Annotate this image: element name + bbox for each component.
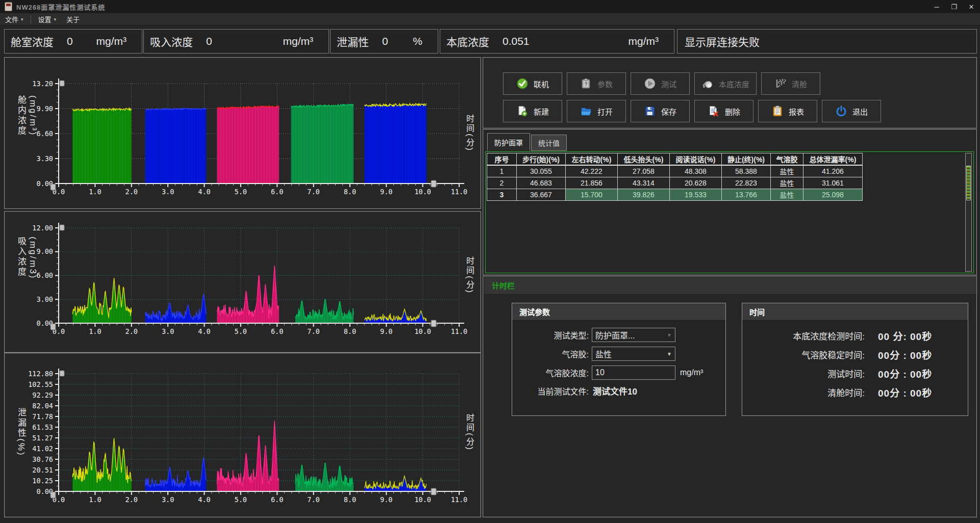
table-row[interactable]: 246.68321.85643.31420.62822.823盐性31.061 xyxy=(487,177,863,189)
svg-text:4.0: 4.0 xyxy=(198,495,210,504)
cabin-concentration-y-axis-label: 舱内浓度(mg/m³) xyxy=(15,95,38,171)
table-row[interactable]: 336.66715.70039.82619.53313.766盐性25.098 xyxy=(487,189,863,201)
delete-button[interactable]: 删除 xyxy=(694,100,753,122)
sprayer-icon xyxy=(701,77,714,90)
display-status-box: 显示屏连接失败 xyxy=(677,29,977,54)
close-button[interactable]: ✕ xyxy=(963,0,980,13)
background-detect-time-row: 本底浓度检测时间:00 分: 00秒 xyxy=(742,329,968,343)
menu-settings[interactable]: 设置 ▾ xyxy=(33,13,62,25)
table-cell[interactable]: 21.856 xyxy=(566,177,618,189)
folder-open-icon xyxy=(580,105,592,117)
tab-protective-mask[interactable]: 防护面罩 xyxy=(487,133,530,151)
cabin-concentration-value: 0 xyxy=(54,35,96,47)
time-axis-label: 时间(分) xyxy=(463,114,475,152)
column-header: 序号 xyxy=(487,153,517,166)
inhaled-concentration-value: 0 xyxy=(193,35,283,47)
table-cell[interactable]: 39.826 xyxy=(618,189,670,201)
test-type-row: 测试类型:防护面罩...▼ xyxy=(512,328,725,342)
background-detect-time-value: 00 分: 00秒 xyxy=(878,329,932,343)
exit-button[interactable]: 退出 xyxy=(822,100,881,122)
test-time-row: 测试时间:00分 : 00秒 xyxy=(742,367,968,380)
table-scrollbar-thumb[interactable] xyxy=(966,166,971,200)
aerosol-stable-time-value: 00分 : 00秒 xyxy=(878,348,932,361)
aerosol-stable-time-row: 气溶胶稳定时间:00分 : 00秒 xyxy=(742,348,968,361)
column-header: 左右转动(%) xyxy=(566,153,618,166)
svg-text:6.00: 6.00 xyxy=(36,271,53,279)
column-header: 静止(终)(%) xyxy=(722,153,771,166)
table-cell[interactable]: 25.098 xyxy=(803,189,863,201)
aerosol-select[interactable]: 盐性▼ xyxy=(592,347,675,361)
background-concentration-value: 0.051 xyxy=(489,35,629,47)
menu-settings-label: 设置 xyxy=(38,14,52,24)
table-cell[interactable]: 36.667 xyxy=(517,189,566,201)
aerosol-label: 气溶胶: xyxy=(512,348,589,360)
menu-about-label: 关于 xyxy=(66,14,80,24)
svg-text:9.90: 9.90 xyxy=(36,104,53,113)
table-cell[interactable]: 58.388 xyxy=(722,165,771,177)
table-cell[interactable]: 41.206 xyxy=(803,165,863,177)
current-test-file-row: 当前测试文件:测试文件10 xyxy=(512,384,725,397)
report-button[interactable]: 报表 xyxy=(758,100,817,122)
purge-button[interactable]: 清舱 xyxy=(761,72,820,95)
table-cell[interactable]: 盐性 xyxy=(771,177,803,189)
table-cell[interactable]: 19.533 xyxy=(670,189,722,201)
svg-text:10.0: 10.0 xyxy=(414,188,431,196)
table-cell[interactable]: 27.058 xyxy=(618,165,670,177)
table-row[interactable]: 130.05542.22227.05848.30858.388盐性41.206 xyxy=(487,165,863,177)
toolbar: 联机?参数测试本底浓度清舱 新建打开保存删除报表退出 xyxy=(483,57,977,128)
table-cell[interactable]: 31.061 xyxy=(803,177,863,189)
svg-text:20.51: 20.51 xyxy=(32,466,53,474)
window-title: NW268面罩泄漏性测试系统 xyxy=(16,2,105,12)
test-type-value: 防护面罩... xyxy=(595,329,635,341)
play-circle-icon xyxy=(644,77,656,90)
inhaled-concentration-chart: 0.01.02.03.04.05.06.07.08.09.010.011.012… xyxy=(4,211,481,353)
menubar: 文件 ▾ 设置 ▾ 关于 xyxy=(0,13,980,25)
save-button-label: 保存 xyxy=(661,106,676,117)
test-button[interactable]: 测试 xyxy=(631,72,690,95)
table-cell[interactable]: 20.628 xyxy=(670,177,722,189)
connect-button[interactable]: 联机 xyxy=(503,72,562,95)
table-cell[interactable]: 22.823 xyxy=(722,177,771,189)
params-button[interactable]: ?参数 xyxy=(567,72,626,95)
purge-time-label: 清舱时间: xyxy=(742,386,865,399)
table-cell[interactable]: 13.766 xyxy=(722,189,771,201)
table-cell[interactable]: 46.683 xyxy=(517,177,566,189)
table-cell[interactable]: 1 xyxy=(487,165,517,177)
maximize-button[interactable]: ❐ xyxy=(945,0,963,13)
aerosol-concentration-input[interactable]: 10 xyxy=(592,365,675,380)
tab-statistics[interactable]: 统计值 xyxy=(531,135,567,151)
menu-file[interactable]: 文件 ▾ xyxy=(0,13,29,25)
svg-text:?: ? xyxy=(584,82,587,87)
clipboard-question-icon: ? xyxy=(580,77,592,90)
exit-button-label: 退出 xyxy=(852,106,868,117)
background-concentration-button[interactable]: 本底浓度 xyxy=(694,72,757,95)
table-cell[interactable]: 3 xyxy=(487,189,517,201)
table-header-row: 序号步行(始)(%)左右转动(%)低头抬头(%)阅读说话(%)静止(终)(%)气… xyxy=(487,153,863,166)
table-cell[interactable]: 15.700 xyxy=(566,189,618,201)
time-axis-label: 时间(分) xyxy=(463,256,475,294)
table-cell[interactable]: 2 xyxy=(487,177,517,189)
timer-group: 计时栏 测试参数 测试类型:防护面罩...▼气溶胶:盐性▼气溶胶浓度:10mg/… xyxy=(483,276,977,517)
table-cell[interactable]: 42.222 xyxy=(566,165,618,177)
table-cell[interactable]: 48.308 xyxy=(670,165,722,177)
table-cell[interactable]: 43.314 xyxy=(618,177,670,189)
open-button[interactable]: 打开 xyxy=(567,100,626,122)
leakage-box: 泄漏性 0 % xyxy=(330,29,438,54)
test-type-label: 测试类型: xyxy=(512,329,589,341)
window-controls: ─ ❐ ✕ xyxy=(928,0,980,13)
params-button-label: 参数 xyxy=(597,79,613,89)
table-scrollbar[interactable] xyxy=(965,153,972,272)
minimize-button[interactable]: ─ xyxy=(928,0,945,13)
background-concentration-box: 本底浓度 0.051 mg/m³ xyxy=(440,29,674,54)
svg-text:9.0: 9.0 xyxy=(380,327,392,335)
file-delete-icon xyxy=(708,105,720,117)
results-table-container: 序号步行(始)(%)左右转动(%)低头抬头(%)阅读说话(%)静止(终)(%)气… xyxy=(485,151,974,273)
test-type-select[interactable]: 防护面罩...▼ xyxy=(592,328,675,342)
save-button[interactable]: 保存 xyxy=(631,100,690,122)
table-cell[interactable]: 盐性 xyxy=(771,165,803,177)
new-button[interactable]: 新建 xyxy=(503,100,562,122)
table-cell[interactable]: 30.055 xyxy=(517,165,566,177)
svg-text:9.0: 9.0 xyxy=(380,495,392,504)
table-cell[interactable]: 盐性 xyxy=(771,189,803,201)
menu-about[interactable]: 关于 xyxy=(61,13,85,25)
